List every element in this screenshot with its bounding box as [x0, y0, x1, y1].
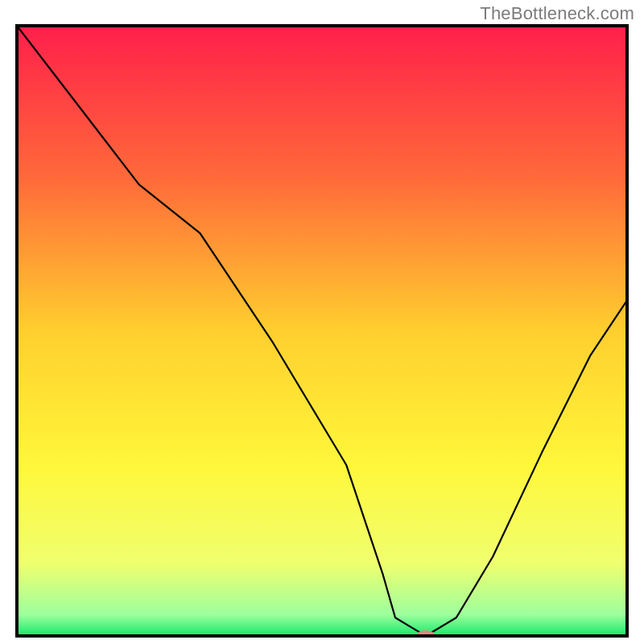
bottleneck-chart — [0, 0, 644, 644]
gradient-background — [17, 26, 627, 636]
chart-stage: TheBottleneck.com — [0, 0, 644, 644]
